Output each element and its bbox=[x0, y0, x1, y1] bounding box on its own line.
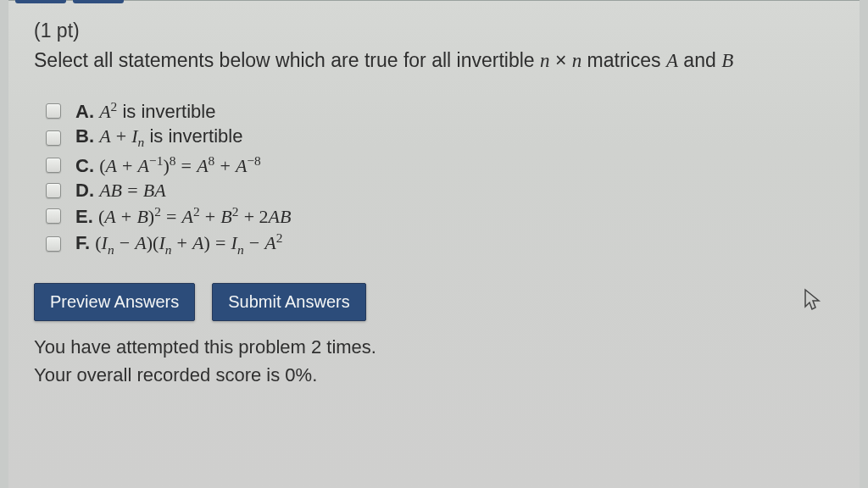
option-label-E: E. (A + B)2 = A2 + B2 + 2AB bbox=[75, 204, 291, 228]
option-row-A: A. A2 is invertible bbox=[42, 99, 834, 123]
option-label-D: D. AB = BA bbox=[75, 180, 166, 202]
tab-right[interactable] bbox=[73, 0, 124, 3]
option-checkbox-A[interactable] bbox=[46, 103, 61, 119]
option-checkbox-D[interactable] bbox=[46, 183, 61, 198]
question-prompt: Select all statements below which are tr… bbox=[34, 47, 834, 74]
option-checkbox-E[interactable] bbox=[46, 208, 61, 224]
submit-answers-button[interactable]: Submit Answers bbox=[212, 283, 365, 321]
score-text: Your overall recorded score is 0%. bbox=[34, 361, 834, 389]
option-label-A: A. A2 is invertible bbox=[75, 99, 215, 123]
option-row-F: F. (In − A)(In + A) = In − A2 bbox=[42, 230, 834, 258]
option-checkbox-F[interactable] bbox=[46, 236, 61, 252]
option-label-B: B. A + In is invertible bbox=[75, 125, 242, 150]
option-row-D: D. AB = BA bbox=[42, 180, 834, 202]
option-row-B: B. A + In is invertible bbox=[42, 125, 834, 150]
attempts-text: You have attempted this problem 2 times. bbox=[34, 333, 834, 361]
option-label-C: C. (A + A−1)8 = A8 + A−8 bbox=[75, 153, 261, 177]
option-row-C: C. (A + A−1)8 = A8 + A−8 bbox=[42, 153, 834, 177]
option-checkbox-B[interactable] bbox=[46, 130, 61, 146]
option-row-E: E. (A + B)2 = A2 + B2 + 2AB bbox=[42, 204, 834, 228]
option-label-F: F. (In − A)(In + A) = In − A2 bbox=[75, 230, 282, 258]
options-list: A. A2 is invertibleB. A + In is invertib… bbox=[42, 99, 834, 258]
preview-answers-button[interactable]: Preview Answers bbox=[34, 283, 195, 321]
points-label: (1 pt) bbox=[34, 19, 834, 42]
option-checkbox-C[interactable] bbox=[46, 158, 61, 173]
tab-left[interactable] bbox=[15, 0, 66, 3]
